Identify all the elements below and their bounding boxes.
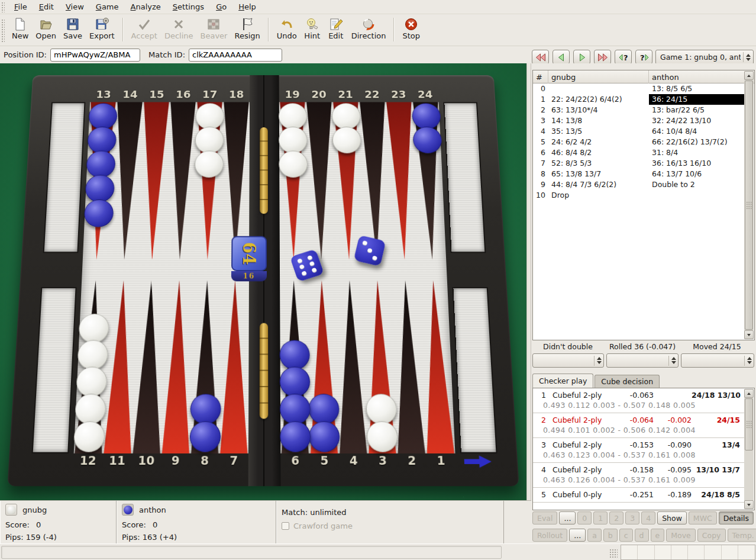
checker-white[interactable]: [331, 103, 360, 129]
move-button[interactable]: Move: [666, 529, 696, 542]
crawford-checkbox[interactable]: [282, 522, 289, 530]
game-selector-combo[interactable]: Game 1: gnubg 0, anth: [655, 50, 754, 65]
move-row-3[interactable]: 314: 13/832: 24/22 13/10: [533, 115, 745, 126]
checker-blue[interactable]: [189, 421, 221, 452]
scroll-down-icon[interactable]: [744, 500, 754, 509]
temp-map-button[interactable]: Temp. Map: [728, 529, 756, 542]
spinner-icon[interactable]: [743, 52, 751, 62]
column-header-gnubg[interactable]: gnubg: [548, 70, 649, 83]
paned-divider[interactable]: [526, 63, 531, 500]
move-list-scrollbar[interactable]: [744, 71, 754, 339]
move-row-10[interactable]: 10Drop: [533, 190, 745, 201]
copy-button[interactable]: Copy: [697, 529, 726, 542]
checker-white[interactable]: [195, 127, 224, 153]
checker-white[interactable]: [279, 127, 308, 153]
tab-checker-play[interactable]: Checker play: [532, 374, 593, 388]
2-button[interactable]: 2: [609, 511, 623, 524]
move-row-7[interactable]: 752: 8/3 5/336: 16/13 16/10: [533, 158, 745, 169]
bearoff-tray-top-left[interactable]: [43, 102, 86, 253]
move-cell-gnubg[interactable]: [548, 83, 649, 94]
move-row-9[interactable]: 944: 8/4 7/3 6/2(2)Double to 2: [533, 179, 745, 190]
menubar-grip-handle[interactable]: [1, 2, 5, 12]
anthon-checker-button[interactable]: [122, 504, 134, 516]
gnubg-checker-button[interactable]: [5, 504, 17, 516]
direction-arrow-icon[interactable]: [464, 455, 492, 468]
move-row-2[interactable]: 263: 13/10*/413: bar/22 6/5: [533, 105, 745, 115]
move-cell-gnubg[interactable]: 46: 8/4 8/2: [548, 147, 649, 158]
move-row-4[interactable]: 435: 13/564: 10/4 8/4: [533, 126, 745, 137]
move-cell-gnubg[interactable]: Drop: [548, 190, 649, 201]
toolbar-undo-button[interactable]: Undo: [273, 16, 301, 41]
menu-settings[interactable]: Settings: [167, 1, 210, 13]
move-cell-gnubg[interactable]: 52: 8/3 5/3: [548, 158, 649, 169]
menu-edit[interactable]: Edit: [33, 1, 60, 13]
move-cell-anthon[interactable]: 13: 8/5 6/5: [649, 83, 745, 94]
scroll-up-icon[interactable]: [744, 389, 754, 398]
checker-blue[interactable]: [279, 367, 310, 397]
bearoff-tray-bottom-right[interactable]: [452, 287, 497, 453]
scrollbar-thumb[interactable]: [745, 81, 753, 330]
move-cell-anthon-selected[interactable]: 36: 24/15: [649, 94, 745, 105]
toolbar-direction-button[interactable]: Direction: [348, 16, 390, 41]
move-row-0[interactable]: 013: 8/5 6/5: [533, 83, 745, 94]
checker-white[interactable]: [332, 127, 361, 153]
move-skill-combo[interactable]: [681, 353, 754, 368]
details-button[interactable]: Details: [719, 511, 754, 524]
checker-blue[interactable]: [279, 340, 309, 369]
previous-game-button[interactable]: [532, 50, 549, 65]
toolbar-new-button[interactable]: New: [8, 16, 32, 41]
toolbar-open-button[interactable]: Open: [32, 16, 60, 41]
move-cell-anthon[interactable]: 36: 16/13 16/10: [649, 158, 745, 169]
a-button[interactable]: a: [587, 529, 602, 542]
move-cell-anthon[interactable]: 64: 13/7 10/6: [649, 169, 745, 179]
c-button[interactable]: c: [619, 529, 633, 542]
next-marked-move-button[interactable]: ?: [635, 50, 652, 65]
move-row-6[interactable]: 646: 8/4 8/231: 8/4: [533, 147, 745, 158]
move-cell-anthon[interactable]: 13: bar/22 6/5: [649, 105, 745, 115]
0-button[interactable]: 0: [577, 511, 592, 524]
toolbar-accept-button[interactable]: Accept: [128, 16, 161, 41]
analysis-row-5[interactable]: 5Cubeful 0-ply-0.251-0.18924/18 8/5: [533, 488, 745, 503]
move-row-5[interactable]: 524: 6/2 4/266: 22/16(2) 13/7(2): [533, 137, 745, 147]
menu-help[interactable]: Help: [232, 1, 262, 13]
analysis-row-3[interactable]: 3Cubeful 2-ply-0.153-0.09013/40.463 0.12…: [533, 438, 745, 463]
rollout-button[interactable]: Rollout: [532, 529, 567, 542]
checker-white[interactable]: [278, 103, 306, 129]
checker-blue[interactable]: [308, 394, 340, 424]
move-cell-gnubg[interactable]: 44: 8/4 7/3 6/2(2): [548, 179, 649, 190]
move-cell-anthon[interactable]: 64: 10/4 8/4: [649, 126, 745, 137]
menu-file[interactable]: File: [8, 1, 33, 13]
checker-blue[interactable]: [280, 421, 311, 452]
menu-game[interactable]: Game: [90, 1, 125, 13]
1-button[interactable]: 1: [593, 511, 608, 524]
scrollbar-thumb[interactable]: [745, 398, 753, 450]
more-options-button[interactable]: ...: [559, 511, 576, 524]
move-row-8[interactable]: 865: 13/8 13/764: 13/7 10/6: [533, 169, 745, 179]
b-button[interactable]: b: [603, 529, 618, 542]
move-cell-anthon[interactable]: 31: 8/4: [649, 147, 745, 158]
move-cell-anthon[interactable]: Double to 2: [649, 179, 745, 190]
checker-blue[interactable]: [279, 394, 310, 424]
move-cell-gnubg[interactable]: 14: 13/8: [548, 115, 649, 126]
doubling-cube[interactable]: 64: [231, 236, 267, 271]
resize-grip-icon[interactable]: [609, 549, 618, 558]
more-options-button[interactable]: ...: [569, 529, 586, 542]
move-row-1[interactable]: 122: 24/22(2) 6/4(2)36: 24/15: [533, 94, 745, 105]
scroll-down-icon[interactable]: [744, 330, 754, 339]
d-button[interactable]: d: [635, 529, 649, 542]
toolbar-save-button[interactable]: Save: [60, 16, 86, 41]
eval-button[interactable]: Eval: [532, 511, 557, 524]
move-cell-gnubg[interactable]: 22: 24/22(2) 6/4(2): [548, 94, 649, 105]
match-id-input[interactable]: [189, 49, 282, 62]
previous-roll-button[interactable]: [553, 50, 570, 65]
menu-view[interactable]: View: [60, 1, 90, 13]
checker-blue[interactable]: [308, 421, 340, 452]
e-button[interactable]: e: [651, 529, 665, 542]
toolbar-beaver-button[interactable]: Beaver: [197, 16, 231, 41]
scroll-up-icon[interactable]: [744, 71, 754, 80]
toolbar-edit-button[interactable]: Edit: [324, 16, 348, 41]
roll-luck-combo[interactable]: [606, 353, 679, 368]
column-header-anthon[interactable]: anthon: [649, 70, 754, 83]
move-cell-gnubg[interactable]: 63: 13/10*/4: [548, 105, 649, 115]
move-cell-gnubg[interactable]: 24: 6/2 4/2: [548, 137, 649, 147]
